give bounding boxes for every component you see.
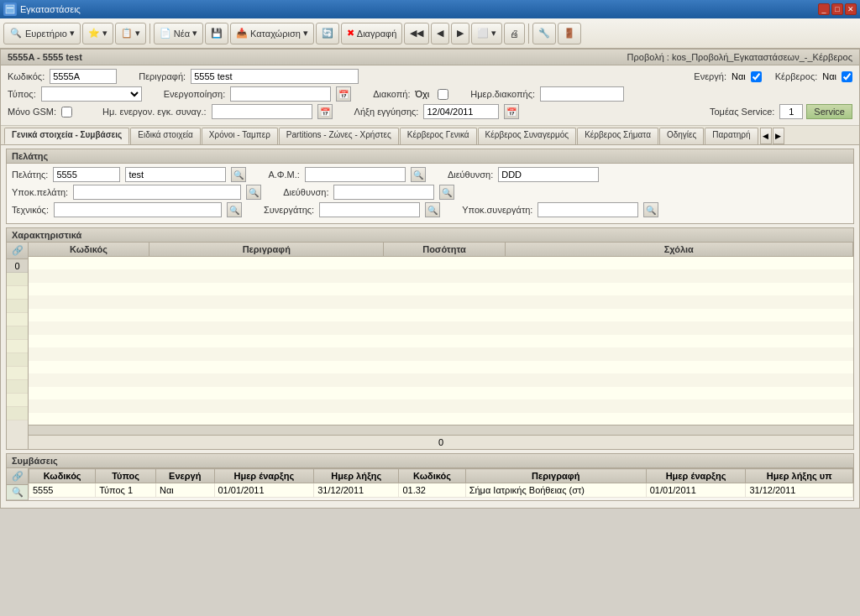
pelatis-row-1: Πελάτης: 🔍 Α.Φ.Μ.: 🔍 Διεύθυνση: [12, 167, 848, 182]
eureterion-btn[interactable]: 🔍 Ευρετήριο ▾ [3, 23, 81, 44]
ypok-search[interactable]: 🔍 [246, 185, 261, 200]
pelatis-label: Πελάτης: [12, 170, 48, 180]
diakopi-checkbox[interactable] [438, 89, 448, 100]
kataxorisi-btn[interactable]: 📥 Καταχώριση ▾ [230, 23, 314, 44]
contract-perigrafi: Σήμα Ιατρικής Βοήθειας (στ) [465, 483, 646, 498]
view-info: Προβολή : kos_Προβολή_Εγκαταστάσεων_-_Κέ… [627, 52, 852, 62]
xaraktir-row-0-num: 0 [7, 259, 28, 273]
xaraktir-row-1 [7, 273, 28, 286]
nav-prev-btn[interactable]: ◀◀ [404, 23, 429, 44]
kerv-label: Κέρβερος: [775, 71, 817, 81]
copy-btn[interactable]: 📋 ▾ [115, 23, 146, 44]
energopoiisi-label: Ενεργοποίηση: [164, 89, 226, 99]
tab-paratiritis[interactable]: Παρατηρή [705, 128, 758, 144]
kodikos-input[interactable] [50, 69, 117, 84]
tomeas-label: Τομέας Service: [710, 107, 774, 117]
imerdiak-input[interactable] [540, 86, 624, 102]
print-btn[interactable]: 🖨 [504, 23, 525, 44]
dieythynsi2-search[interactable]: 🔍 [439, 185, 454, 200]
print-icon: 🖨 [510, 29, 519, 39]
energopoiisi-input[interactable] [230, 86, 331, 102]
mono-gsm-checkbox[interactable] [61, 107, 72, 117]
im-energ-input[interactable] [212, 104, 312, 119]
pelatis-row-3: Τεχνικός: 🔍 Συνεργάτης: 🔍 Υποκ.συνεργάτη… [12, 202, 848, 217]
diakopi-value: Όχι [415, 89, 429, 99]
service-num: 1 [779, 104, 803, 119]
xaraktir-row-8 [7, 367, 28, 380]
ypok-syn-search[interactable]: 🔍 [643, 202, 658, 217]
contract-typos: Τύπος 1 [96, 483, 156, 498]
symvaseis-icon-col: 🔗 🔍 [7, 468, 29, 500]
synergatis-input[interactable] [319, 202, 420, 217]
xaraktir-empty-rows [29, 257, 853, 425]
xaraktir-row-6 [7, 340, 28, 353]
ypok-syn-input[interactable] [538, 202, 638, 217]
xaraktir-scrollbar[interactable] [29, 425, 853, 435]
link-icon2: 🔗 [12, 471, 24, 482]
afm-search[interactable]: 🔍 [411, 167, 426, 182]
tab-genika[interactable]: Γενικά στοιχεία - Συμβάσεις [4, 128, 129, 144]
afm-label: Α.Φ.Μ.: [268, 170, 300, 180]
main-window: 5555A - 5555 test Προβολή : kos_Προβολή_… [0, 49, 860, 509]
diagrafi-btn[interactable]: ✖ Διαγραφή [341, 23, 403, 44]
typos-select[interactable] [41, 86, 142, 102]
dropdown-arrow4: ▾ [192, 28, 197, 39]
ypok-syn-label: Υποκ.συνεργάτη: [462, 205, 532, 215]
star-btn[interactable]: ⭐ ▾ [82, 23, 113, 44]
afm-input[interactable] [305, 167, 406, 182]
tools-btn[interactable]: 🔧 [532, 23, 556, 44]
tab-xronoi[interactable]: Χρόνοι - Ταμπερ [202, 128, 278, 144]
xaraktir-row-7 [7, 353, 28, 367]
nav-back-btn[interactable]: ◀ [431, 23, 449, 44]
nav-fwd-btn[interactable]: ▶ [451, 23, 469, 44]
technikos-input[interactable] [54, 202, 222, 217]
th-im-enarx2: Ημερ έναρξης [646, 469, 746, 483]
close-btn[interactable]: ✕ [845, 3, 857, 15]
im-energ-cal[interactable]: 📅 [317, 104, 333, 119]
symvaseis-icon-header: 🔗 [7, 468, 28, 485]
xaraktir-icon-col: 🔗 0 [7, 243, 29, 449]
floppy-icon: 💾 [211, 28, 223, 39]
record-title: 5555A - 5555 test [8, 52, 82, 62]
xaraktir-row-4 [7, 313, 28, 326]
save-icon-btn[interactable]: 💾 [205, 23, 228, 44]
header-bar: 5555A - 5555 test Προβολή : kos_Προβολή_… [1, 50, 859, 65]
tab-kerv-gen[interactable]: Κέρβερος Γενικά [400, 128, 477, 144]
refresh-btn[interactable]: 🔄 [316, 23, 339, 44]
energopoiisi-cal-btn[interactable]: 📅 [336, 86, 351, 102]
exit-btn[interactable]: 🚪 [558, 23, 581, 44]
energi-checkbox[interactable] [751, 71, 762, 82]
th-im-enarx: Ημερ έναρξης [214, 469, 314, 483]
service-badge: Service [806, 104, 852, 119]
kerv-checkbox[interactable] [842, 71, 852, 82]
th-im-liksis2: Ημερ λήξης υπ [746, 469, 853, 483]
liksi-cal[interactable]: 📅 [504, 104, 519, 119]
tab-eidika[interactable]: Ειδικά στοιχεία [130, 128, 201, 144]
ypok-input[interactable] [73, 185, 241, 200]
dieythynsi-input[interactable] [498, 167, 599, 182]
liksi-input[interactable] [423, 104, 499, 119]
im-energ-label: Ημ. ενεργον. εγκ. συναγ.: [102, 107, 206, 117]
pelatis-last-input[interactable] [125, 167, 226, 182]
tab-kerv-syn[interactable]: Κέρβερος Συναγερμός [478, 128, 577, 144]
dieythynsi2-input[interactable] [333, 185, 434, 200]
synergatis-search[interactable]: 🔍 [425, 202, 440, 217]
tab-odigies[interactable]: Οδηγίες [659, 128, 704, 144]
technikos-search[interactable]: 🔍 [227, 202, 242, 217]
tab-kerv-sim[interactable]: Κέρβερος Σήματα [577, 128, 658, 144]
pelatis-search[interactable]: 🔍 [231, 167, 246, 182]
tab-scroll-right[interactable]: ▶ [773, 128, 784, 144]
nav-next-btn[interactable]: ⬜ ▾ [471, 23, 502, 44]
th-im-liksis: Ημερ λήξης [314, 469, 399, 483]
nea-btn[interactable]: 📄 Νέα ▾ [154, 23, 203, 44]
delete-icon: ✖ [347, 28, 354, 39]
perigrafi-input[interactable] [191, 69, 359, 84]
xaraktir-title: Χαρακτηριστικά [7, 228, 853, 243]
tab-partitions[interactable]: Partitions - Ζώνες - Χρήστες [279, 128, 399, 144]
perigrafi-label: Περιγραφή: [139, 71, 186, 81]
tab-scroll-left[interactable]: ◀ [760, 128, 772, 144]
maximize-btn[interactable]: □ [831, 3, 843, 15]
minimize-btn[interactable]: _ [818, 3, 830, 15]
contract-im-liksis: 31/12/2011 [314, 483, 399, 498]
pelatis-first-input[interactable] [53, 167, 120, 182]
